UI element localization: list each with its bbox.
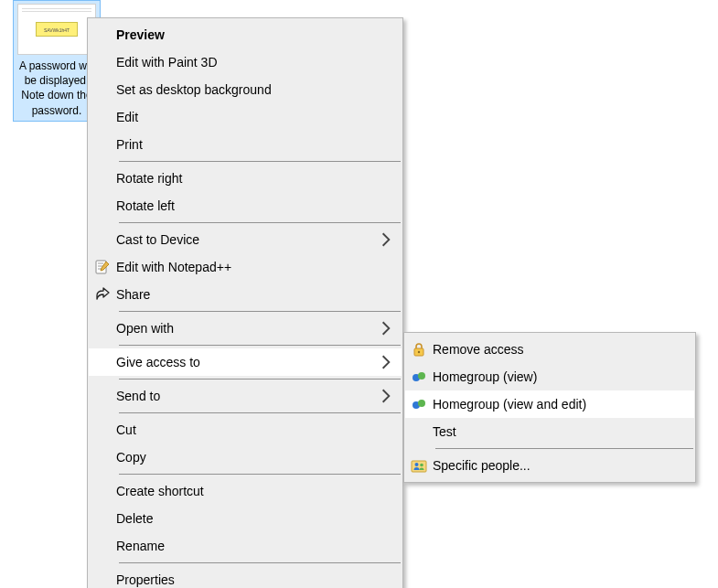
people-icon: [405, 452, 433, 479]
menu-separator: [119, 345, 401, 346]
menu-item-label: Create shortcut: [116, 484, 378, 498]
menu-item-label: Send to: [116, 389, 378, 403]
menu-separator: [119, 379, 401, 380]
menu-item-share[interactable]: Share: [89, 281, 402, 308]
menu-item-open-with[interactable]: Open with: [89, 315, 402, 342]
menu-item-remove-access[interactable]: Remove access: [405, 336, 694, 363]
menu-item-label: Properties: [116, 572, 378, 587]
menu-item-test[interactable]: Test: [405, 418, 694, 445]
menu-item-label: Rotate right: [116, 171, 378, 186]
menu-item-label: Copy: [116, 450, 378, 465]
menu-item-label: Specific people...: [433, 458, 670, 473]
homegroup-icon: [405, 390, 433, 418]
menu-item-label: Edit with Paint 3D: [116, 55, 378, 69]
icon-slot-empty: [89, 76, 116, 103]
file-label: A password will be displayed. Note down …: [16, 59, 98, 118]
menu-item-properties[interactable]: Properties: [89, 566, 402, 588]
icon-slot-empty: [89, 477, 116, 505]
submenu-arrow-icon: [378, 320, 394, 337]
icon-slot-empty: [89, 444, 116, 471]
menu-separator: [119, 412, 401, 413]
menu-item-create-shortcut[interactable]: Create shortcut: [89, 477, 402, 505]
menu-item-rotate-left[interactable]: Rotate left: [89, 192, 402, 219]
icon-slot-empty: [89, 505, 116, 532]
file-thumbnail: SAVWk1h4T: [17, 4, 96, 55]
menu-item-label: Open with: [116, 321, 378, 336]
icon-slot-empty: [89, 21, 116, 48]
menu-item-print[interactable]: Print: [89, 131, 402, 158]
menu-item-label: Edit with Notepad++: [116, 260, 378, 274]
menu-item-label: Delete: [116, 511, 378, 526]
submenu-arrow-icon: [378, 231, 394, 248]
icon-slot-empty: [89, 416, 116, 444]
icon-slot-empty: [405, 418, 433, 445]
menu-item-label: Give access to: [116, 355, 378, 369]
menu-item-label: Set as desktop background: [116, 82, 378, 97]
menu-item-give-access-to[interactable]: Give access to: [89, 348, 402, 376]
icon-slot-empty: [89, 315, 116, 342]
menu-item-homegroup-view-and-edit[interactable]: Homegroup (view and edit): [405, 390, 694, 418]
icon-slot-empty: [89, 103, 116, 131]
icon-slot-empty: [89, 532, 116, 560]
menu-item-rotate-right[interactable]: Rotate right: [89, 165, 402, 192]
menu-item-homegroup-view[interactable]: Homegroup (view): [405, 363, 694, 390]
menu-item-cast-to-device[interactable]: Cast to Device: [89, 226, 402, 253]
icon-slot-empty: [89, 131, 116, 158]
menu-item-edit-with-paint-3d[interactable]: Edit with Paint 3D: [89, 48, 402, 76]
notepad-plus-icon: [89, 253, 116, 281]
menu-item-set-as-desktop-background[interactable]: Set as desktop background: [89, 76, 402, 103]
icon-slot-empty: [89, 48, 116, 76]
menu-item-specific-people[interactable]: Specific people...: [405, 452, 694, 479]
file-thumb-text: SAVWk1h4T: [36, 22, 78, 37]
context-menu: PreviewEdit with Paint 3DSet as desktop …: [87, 17, 403, 588]
menu-item-copy[interactable]: Copy: [89, 444, 402, 471]
menu-item-label: Cut: [116, 422, 378, 437]
submenu-arrow-icon: [378, 354, 394, 370]
menu-separator: [435, 448, 693, 449]
menu-separator: [119, 222, 401, 223]
menu-item-label: Share: [116, 287, 378, 302]
menu-item-label: Rotate left: [116, 198, 378, 213]
menu-item-rename[interactable]: Rename: [89, 532, 402, 560]
menu-separator: [119, 474, 401, 475]
menu-item-edit-with-notepad[interactable]: Edit with Notepad++: [89, 253, 402, 281]
menu-item-delete[interactable]: Delete: [89, 505, 402, 532]
menu-item-label: Homegroup (view and edit): [433, 397, 670, 412]
menu-item-label: Test: [433, 424, 670, 439]
icon-slot-empty: [89, 382, 116, 410]
icon-slot-empty: [89, 192, 116, 219]
menu-item-label: Remove access: [433, 342, 670, 357]
menu-separator: [119, 161, 401, 162]
icon-slot-empty: [89, 348, 116, 376]
icon-slot-empty: [89, 226, 116, 253]
menu-item-label: Edit: [116, 110, 378, 124]
icon-slot-empty: [89, 566, 116, 588]
menu-item-label: Rename: [116, 539, 378, 553]
menu-item-send-to[interactable]: Send to: [89, 382, 402, 410]
menu-item-label: Cast to Device: [116, 232, 378, 247]
menu-item-cut[interactable]: Cut: [89, 416, 402, 444]
menu-separator: [119, 311, 401, 312]
share-icon: [89, 281, 116, 308]
submenu-arrow-icon: [378, 388, 394, 404]
menu-item-label: Preview: [116, 27, 378, 42]
menu-item-preview[interactable]: Preview: [89, 21, 402, 48]
menu-item-edit[interactable]: Edit: [89, 103, 402, 131]
give-access-to-submenu: Remove accessHomegroup (view)Homegroup (…: [403, 332, 696, 483]
lock-icon: [405, 336, 433, 363]
menu-item-label: Print: [116, 137, 378, 152]
icon-slot-empty: [89, 165, 116, 192]
menu-separator: [119, 562, 401, 563]
menu-item-label: Homegroup (view): [433, 369, 670, 384]
homegroup-icon: [405, 363, 433, 390]
